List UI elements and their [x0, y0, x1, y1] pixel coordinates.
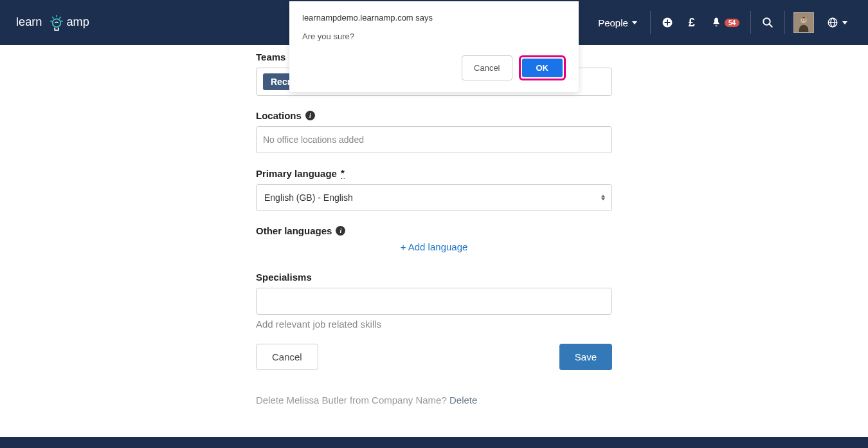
nav-people-label: People [598, 17, 628, 28]
add-language-link[interactable]: + Add language [256, 241, 612, 252]
avatar-icon [794, 12, 813, 33]
locations-group: Locations i No office locations added [256, 110, 612, 153]
specialisms-group: Specialisms Add relevant job related ski… [256, 272, 612, 330]
other-languages-group: Other languages i + Add language [256, 225, 612, 252]
divider [650, 11, 651, 34]
primary-language-value: English (GB) - English [264, 192, 353, 203]
learnamp-logo-icon: learn amp [16, 10, 106, 35]
svg-point-14 [804, 20, 806, 21]
select-arrows-icon [601, 195, 605, 201]
svg-text:amp: amp [66, 15, 89, 28]
specialisms-label: Specialisms [256, 272, 612, 283]
chevron-down-icon [632, 21, 637, 24]
svg-point-13 [802, 20, 803, 21]
chevron-down-icon [842, 21, 847, 24]
plus-circle-icon [662, 17, 673, 28]
dialog-cancel-button[interactable]: Cancel [462, 55, 512, 80]
cancel-button[interactable]: Cancel [256, 344, 318, 370]
primary-language-group: Primary language * English (GB) - Englis… [256, 167, 612, 211]
globe-icon [827, 17, 838, 28]
user-avatar[interactable] [793, 12, 814, 33]
divider [750, 11, 751, 34]
svg-line-2 [52, 17, 54, 19]
delete-link[interactable]: Delete [449, 395, 477, 406]
dialog-ok-button[interactable]: OK [522, 59, 563, 77]
svg-text:learn: learn [16, 15, 42, 28]
locations-field[interactable]: No office locations added [256, 126, 612, 153]
logo[interactable]: learn amp [16, 10, 106, 35]
info-icon[interactable]: i [336, 226, 345, 236]
required-marker: * [341, 167, 345, 179]
primary-language-label: Primary language * [256, 167, 612, 179]
primary-language-select[interactable]: English (GB) - English [256, 184, 612, 211]
specialisms-field[interactable] [256, 288, 612, 315]
bell-icon [710, 17, 722, 28]
dialog-message: Are you sure? [302, 32, 566, 41]
divider [784, 11, 785, 34]
pound-icon: £ [689, 16, 695, 30]
info-icon[interactable]: i [305, 111, 315, 120]
other-languages-label: Other languages i [256, 225, 612, 236]
currency-button[interactable]: £ [681, 0, 703, 45]
notification-badge: 54 [725, 19, 739, 27]
form-container: Teams i Recrui Locations i No office loc… [256, 45, 612, 431]
notifications-button[interactable]: 54 [703, 0, 747, 45]
svg-point-6 [53, 19, 61, 27]
dialog-title: learnampdemo.learnamp.com says [302, 13, 566, 23]
delete-text: Delete Melissa Butler from Company Name? [256, 395, 449, 406]
button-row: Cancel Save [256, 344, 612, 370]
search-icon [762, 17, 773, 28]
dialog-buttons: Cancel OK [302, 55, 566, 80]
save-button[interactable]: Save [559, 344, 612, 370]
dialog-ok-highlight: OK [519, 55, 566, 80]
globe-button[interactable] [819, 0, 855, 45]
search-button[interactable] [754, 0, 781, 45]
locations-placeholder: No office locations added [263, 135, 364, 145]
locations-label: Locations i [256, 110, 612, 121]
svg-line-3 [59, 17, 61, 19]
nav-right: sess People £ 54 [540, 0, 855, 45]
add-button[interactable] [654, 0, 681, 45]
svg-line-10 [769, 24, 772, 27]
specialisms-help: Add relevant job related skills [256, 319, 612, 330]
delete-row: Delete Melissa Butler from Company Name?… [256, 395, 612, 406]
confirm-dialog: learnampdemo.learnamp.com says Are you s… [289, 1, 579, 92]
nav-people[interactable]: People [588, 0, 647, 45]
